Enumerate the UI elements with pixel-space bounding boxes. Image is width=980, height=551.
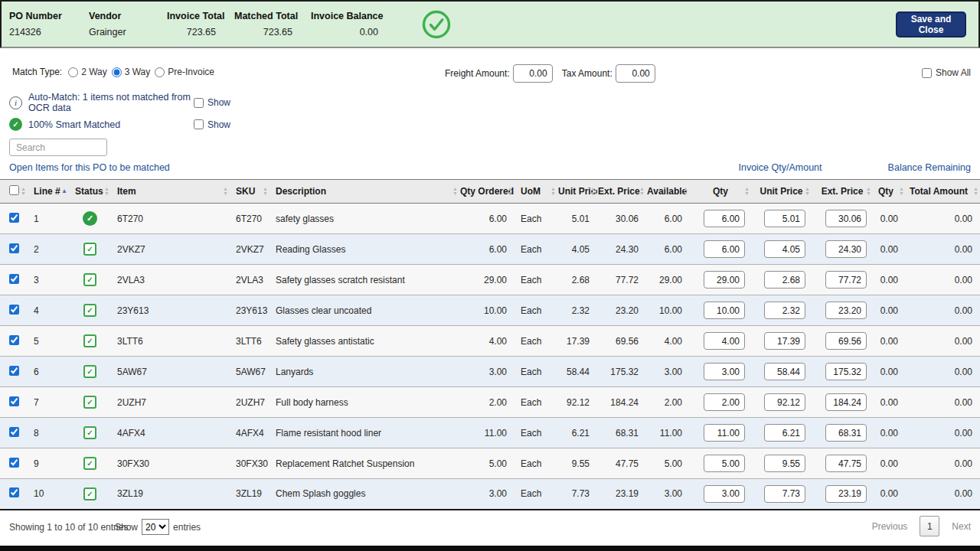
invoice-qty-input[interactable] <box>704 363 745 380</box>
row-select-cell <box>0 479 28 510</box>
previous-page-button[interactable]: Previous <box>872 521 908 532</box>
match-type-option-preinvoice[interactable]: Pre-Invoice <box>155 67 214 77</box>
sort-icon[interactable]: ▲▼ <box>104 187 109 196</box>
sort-icon[interactable]: ▲▼ <box>805 187 810 196</box>
page-size-select[interactable]: 20 <box>142 519 169 535</box>
invoice-ext-price-input[interactable] <box>825 302 867 319</box>
row-select-checkbox[interactable] <box>9 274 19 284</box>
row-select-checkbox[interactable] <box>9 487 19 497</box>
sort-icon[interactable]: ▲▼ <box>550 187 556 196</box>
column-header[interactable]: Status▲▼ <box>69 180 111 204</box>
column-header[interactable]: Unit Price▲▼ <box>751 180 812 204</box>
column-header[interactable]: Qty Ordered▲▼ <box>459 180 514 204</box>
match-type-radio[interactable] <box>68 67 78 77</box>
invoice-qty-input[interactable] <box>704 332 745 350</box>
invoice-unit-price-input[interactable] <box>764 271 805 289</box>
row-select-checkbox[interactable] <box>9 396 19 406</box>
showing-entries-text: Showing 1 to 10 of 10 entries <box>9 522 128 533</box>
column-header[interactable]: Total Amount▲▼ <box>906 180 980 204</box>
invoice-unit-price-input[interactable] <box>764 302 805 319</box>
sort-icon[interactable]: ▲▼ <box>590 187 596 196</box>
sort-icon[interactable]: ▲▼ <box>683 187 688 196</box>
row-select-checkbox[interactable] <box>9 366 19 376</box>
row-select-checkbox[interactable] <box>9 213 19 223</box>
invoice-ext-price-input[interactable] <box>825 393 867 411</box>
cell-sku: 6T270 <box>230 204 270 234</box>
match-type-radio[interactable] <box>112 67 122 77</box>
sort-icon[interactable]: ▲▼ <box>21 187 26 196</box>
show-all-checkbox[interactable] <box>922 68 932 78</box>
column-header[interactable]: Ext. Price▲▼ <box>597 180 646 204</box>
column-header[interactable]: Qty▲▼ <box>873 180 906 204</box>
invoice-unit-price-input[interactable] <box>764 363 805 380</box>
match-type-radio[interactable] <box>155 67 165 77</box>
cell-unit_price: 7.73 <box>557 479 597 510</box>
sort-icon[interactable]: ▲ <box>61 189 67 194</box>
invoice-ext-price-input[interactable] <box>825 240 867 258</box>
invoice-ext-price-input[interactable] <box>825 455 867 472</box>
invoice-qty-input-cell <box>690 479 751 510</box>
sort-icon[interactable]: ▲▼ <box>866 187 871 196</box>
column-header[interactable]: Unit Price▲▼ <box>557 180 597 204</box>
match-type-option-3way[interactable]: 3 Way <box>112 67 151 77</box>
sort-icon[interactable]: ▲▼ <box>452 187 458 196</box>
invoice-unit-price-input-cell <box>751 295 812 326</box>
sort-icon[interactable]: ▲▼ <box>263 187 268 196</box>
column-header[interactable]: Ext. Price▲▼ <box>812 180 873 204</box>
auto-match-show-toggle[interactable]: Show <box>194 97 230 108</box>
invoice-qty-input[interactable] <box>704 393 745 411</box>
page-number-button[interactable]: 1 <box>920 516 939 536</box>
auto-match-show-checkbox[interactable] <box>194 98 204 108</box>
sort-icon[interactable]: ▲▼ <box>744 187 750 196</box>
invoice-unit-price-input[interactable] <box>764 455 805 472</box>
freight-amount-input[interactable] <box>513 64 553 83</box>
row-select-checkbox[interactable] <box>9 427 19 437</box>
sort-icon[interactable]: ▲▼ <box>973 187 978 196</box>
select-all-header[interactable]: ▲▼ <box>0 180 28 204</box>
column-header[interactable]: SKU▲▼ <box>230 180 270 204</box>
row-select-checkbox[interactable] <box>9 335 19 345</box>
column-header[interactable]: Available▲▼ <box>646 180 690 204</box>
column-header[interactable]: Item▲▼ <box>111 180 230 204</box>
invoice-unit-price-input[interactable] <box>764 485 805 503</box>
invoice-ext-price-input[interactable] <box>825 271 867 289</box>
select-all-checkbox[interactable] <box>9 185 19 195</box>
tax-amount-input[interactable] <box>616 64 655 83</box>
invoice-qty-input[interactable] <box>704 240 745 258</box>
invoice-qty-input[interactable] <box>704 210 745 227</box>
sort-icon[interactable]: ▲▼ <box>899 187 904 196</box>
show-all-toggle[interactable]: Show All <box>922 67 971 78</box>
invoice-unit-price-input[interactable] <box>764 210 805 227</box>
invoice-qty-input[interactable] <box>704 424 745 442</box>
invoice-qty-input[interactable] <box>704 485 745 503</box>
invoice-unit-price-input[interactable] <box>764 240 805 258</box>
sort-icon[interactable]: ▲▼ <box>508 187 513 196</box>
sort-icon[interactable]: ▲▼ <box>223 187 228 196</box>
row-select-checkbox[interactable] <box>9 305 19 315</box>
invoice-ext-price-input[interactable] <box>825 485 867 503</box>
invoice-ext-price-input-cell <box>812 295 873 326</box>
search-input[interactable] <box>9 139 107 156</box>
smart-match-show-checkbox[interactable] <box>194 119 204 129</box>
invoice-unit-price-input[interactable] <box>764 424 805 442</box>
invoice-qty-input[interactable] <box>704 271 745 289</box>
invoice-unit-price-input[interactable] <box>764 332 805 350</box>
invoice-qty-input[interactable] <box>704 455 745 472</box>
column-header[interactable]: UoM▲▼ <box>514 180 557 204</box>
next-page-button[interactable]: Next <box>952 521 971 532</box>
column-header[interactable]: Line #▲ <box>28 180 69 204</box>
column-header[interactable]: Description▲▼ <box>270 180 459 204</box>
save-and-close-button[interactable]: Save and Close <box>896 11 966 37</box>
row-select-checkbox[interactable] <box>9 243 19 253</box>
invoice-ext-price-input[interactable] <box>825 210 867 227</box>
invoice-unit-price-input[interactable] <box>764 393 805 411</box>
invoice-ext-price-input[interactable] <box>825 363 867 380</box>
sort-icon[interactable]: ▲▼ <box>639 187 645 196</box>
smart-match-show-toggle[interactable]: Show <box>194 119 230 130</box>
match-type-option-2way[interactable]: 2 Way <box>68 67 107 77</box>
invoice-ext-price-input[interactable] <box>825 424 867 442</box>
row-select-checkbox[interactable] <box>9 458 19 468</box>
invoice-ext-price-input[interactable] <box>825 332 867 350</box>
invoice-qty-input[interactable] <box>704 302 745 319</box>
column-header[interactable]: Qty▲▼ <box>690 180 751 204</box>
